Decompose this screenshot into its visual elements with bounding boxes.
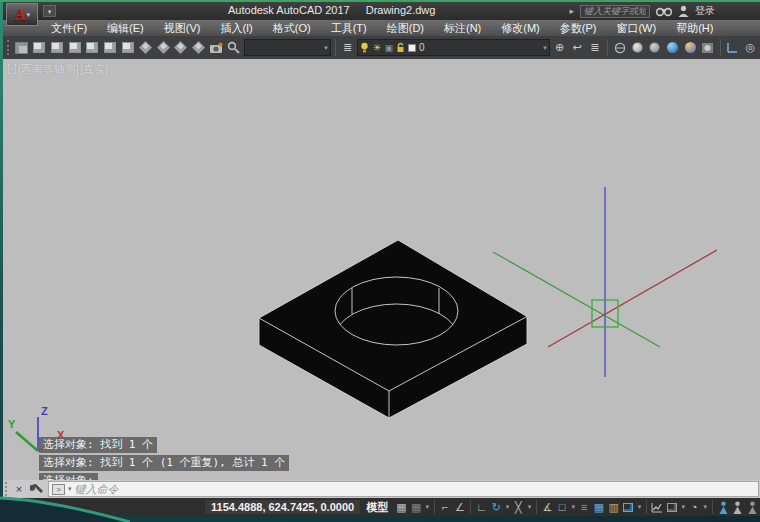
menu-dimension[interactable]: 标注(N) (434, 21, 491, 36)
view-se-isometric-icon[interactable] (155, 39, 171, 56)
visual-style-hidden-icon[interactable] (647, 39, 663, 56)
object-snap-icon[interactable]: □ (555, 499, 570, 515)
menu-tools[interactable]: 工具(T) (321, 21, 377, 36)
viewport-visual-style-control[interactable]: [真实] (80, 62, 108, 77)
status-separator (470, 500, 471, 514)
visual-styles-manager-icon[interactable] (700, 39, 716, 56)
coordinates-display[interactable]: 1154.4888, 624.7425, 0.0000 (205, 500, 360, 514)
layer-thaw-sun-icon: ☀ (372, 42, 381, 53)
autocad-window: Autodesk AutoCAD 2017 Drawing2.dwg ▸ 登录 … (3, 2, 760, 516)
help-search-input[interactable] (580, 5, 650, 18)
ucs-y-label: Y (8, 418, 16, 430)
annotation-visibility-icon[interactable] (716, 499, 731, 515)
annotation-scale-list-icon[interactable] (745, 499, 760, 515)
toolbar: ▾ ≣ ☀ ▣ 0 ▾ ⊕ ↩ ≣ (3, 36, 760, 59)
annotation-autoscale-icon[interactable] (731, 499, 746, 515)
make-object-layer-current-icon[interactable]: ⊕ (552, 39, 568, 56)
command-history-line: 选择对象: 找到 1 个 (1 个重复), 总计 1 个 (39, 455, 289, 471)
visual-style-conceptual-icon[interactable] (682, 39, 698, 56)
view-left-icon[interactable] (67, 39, 83, 56)
menu-draw[interactable]: 绘图(D) (377, 21, 434, 36)
layer-unlock-icon (396, 42, 405, 53)
solid-plate-with-hole[interactable] (259, 240, 527, 418)
annotation-monitor-icon[interactable] (650, 499, 665, 515)
command-input-area[interactable]: > ▾ (48, 481, 759, 497)
menu-parametric[interactable]: 参数(P) (550, 21, 607, 36)
magnifier-icon[interactable] (226, 39, 242, 56)
search-binoculars-icon[interactable] (656, 6, 672, 17)
crosshair-3d-cursor (493, 187, 717, 377)
viewport-view-control[interactable]: [西南等轴测] (18, 62, 79, 77)
view-front-icon[interactable] (102, 39, 118, 56)
create-camera-icon[interactable] (208, 39, 224, 56)
dynamic-ucs-caret-icon[interactable]: ▾ (679, 503, 686, 511)
view-top-icon[interactable] (32, 39, 48, 56)
menu-view[interactable]: 视图(V) (154, 21, 211, 36)
viewport-controls: [-] [西南等轴测] [真实] (7, 62, 109, 77)
named-view-combobox[interactable]: ▾ (244, 39, 331, 56)
visual-style-2d-wireframe-icon[interactable] (612, 39, 628, 56)
selection-cycling-icon[interactable]: ▥ (606, 499, 621, 515)
menu-window[interactable]: 窗口(W) (606, 21, 666, 36)
desktop-wallpaper-swoosh (0, 488, 130, 522)
menu-insert[interactable]: 插入(I) (210, 21, 262, 36)
osnap-tracking-caret-icon[interactable]: ▾ (526, 503, 533, 511)
snap-mode-caret-icon[interactable]: ▾ (424, 503, 431, 511)
viewport-minimize-control[interactable]: [-] (7, 62, 17, 77)
visual-style-wireframe-icon[interactable] (629, 39, 645, 56)
title-bar: Autodesk AutoCAD 2017 Drawing2.dwg ▸ 登录 (3, 2, 760, 20)
layer-combobox[interactable]: ☀ ▣ 0 ▾ (357, 39, 549, 56)
object-snap-tracking-icon[interactable]: ╳ (511, 499, 526, 515)
status-separator (434, 500, 435, 514)
isoplane-caret-icon[interactable]: ▾ (504, 503, 511, 511)
drawing-canvas[interactable]: Z Y X [-] [西南等轴测] [真实] 选择对象: 找到 1 个 选择对象… (3, 59, 760, 480)
menu-help[interactable]: 帮助(H) (666, 21, 723, 36)
search-expand-icon[interactable]: ▸ (569, 6, 574, 16)
view-ne-isometric-icon[interactable] (173, 39, 189, 56)
infer-constraints-icon[interactable]: ∡ (540, 499, 555, 515)
chevron-down-icon: ▾ (543, 44, 547, 52)
view-right-icon[interactable] (85, 39, 101, 56)
layer-on-bulb-icon (360, 42, 369, 53)
view-bottom-icon[interactable] (49, 39, 65, 56)
toolbar-separator (335, 39, 336, 56)
view-nw-isometric-icon[interactable] (191, 39, 207, 56)
layer-properties-icon[interactable]: ≣ (340, 39, 356, 56)
ucs-icon[interactable] (725, 39, 741, 56)
current-layer-name: 0 (419, 42, 425, 53)
signin-link[interactable]: 登录 (695, 4, 715, 18)
osnap-3d-caret-icon[interactable]: ▾ (636, 503, 643, 511)
command-input[interactable] (75, 483, 758, 495)
chevron-down-icon: ▾ (324, 44, 328, 52)
quick-access-toolbar-button[interactable]: ▾ (43, 5, 56, 17)
menu-format[interactable]: 格式(O) (263, 21, 321, 36)
isodraft-icon[interactable]: ∟ (474, 499, 489, 515)
menu-modify[interactable]: 修改(M) (491, 21, 550, 36)
ortho-mode-icon[interactable]: ⌐ (438, 499, 453, 515)
layer-previous-icon[interactable]: ↩ (569, 39, 585, 56)
model-space[interactable]: Z Y X (3, 59, 760, 480)
layer-states-icon[interactable]: ≣ (587, 39, 603, 56)
visual-style-realistic-icon[interactable] (665, 39, 681, 56)
osnap-3d-icon[interactable] (621, 499, 636, 515)
dynamic-ucs-icon[interactable] (665, 499, 680, 515)
annotation-scale-icon[interactable]: ◔ (687, 499, 702, 515)
view-back-icon[interactable] (120, 39, 136, 56)
annotation-scale-caret-icon[interactable]: ▾ (702, 503, 709, 511)
transparency-icon[interactable]: ▦ (592, 499, 607, 515)
isoplane-cycle-icon[interactable]: ↻ (489, 499, 504, 515)
toolbar-grip[interactable] (7, 40, 10, 55)
object-snap-caret-icon[interactable]: ▾ (570, 503, 577, 511)
model-space-button[interactable]: 模型 (366, 500, 388, 515)
menu-edit[interactable]: 编辑(E) (97, 21, 154, 36)
snap-mode-icon[interactable]: ▦ (409, 499, 424, 515)
named-ucs-icon[interactable]: ◎ (742, 39, 758, 56)
app-menu-button[interactable]: A ▾ (6, 3, 38, 26)
view-sw-isometric-icon[interactable] (138, 39, 154, 56)
user-icon[interactable] (678, 5, 689, 17)
lineweight-icon[interactable]: ≡ (577, 499, 592, 515)
polar-tracking-icon[interactable]: ∠ (453, 499, 468, 515)
named-views-icon[interactable] (14, 39, 30, 56)
menu-file[interactable]: 文件(F) (41, 21, 97, 36)
grid-display-icon[interactable]: ▦ (394, 499, 409, 515)
